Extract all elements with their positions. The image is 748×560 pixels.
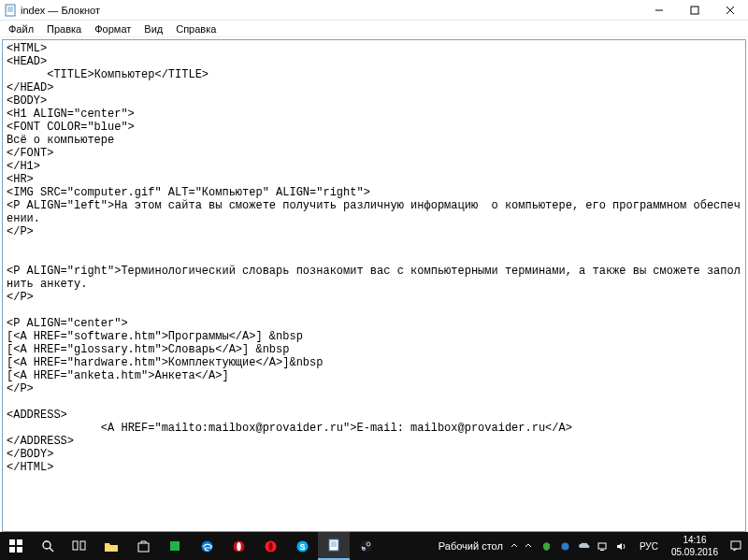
- tray-overflow-icon[interactable]: [522, 539, 535, 553]
- taskbar-app-steam[interactable]: [350, 532, 381, 560]
- clock-time: 14:16: [671, 534, 718, 546]
- tray-network-icon[interactable]: [597, 539, 610, 553]
- svg-rect-8: [9, 539, 15, 545]
- taskbar: S Рабочий стол РУС 14:16 05.09.2016: [0, 532, 748, 560]
- svg-rect-5: [691, 7, 698, 14]
- taskbar-app-edge[interactable]: [191, 532, 223, 560]
- taskbar-app-explorer[interactable]: [95, 532, 127, 560]
- menu-file[interactable]: Файл: [2, 22, 40, 36]
- svg-point-29: [360, 540, 372, 553]
- svg-rect-14: [73, 541, 78, 550]
- svg-rect-10: [9, 547, 15, 553]
- svg-point-12: [43, 541, 50, 549]
- menubar: Файл Правка Формат Вид Справка: [0, 21, 748, 37]
- close-button[interactable]: [712, 0, 748, 21]
- start-button[interactable]: [0, 532, 32, 560]
- tray: [518, 539, 632, 553]
- svg-rect-25: [329, 539, 338, 551]
- taskbar-app-notepad[interactable]: [318, 532, 350, 560]
- menu-edit[interactable]: Правка: [40, 22, 88, 36]
- editor-frame: <HTML> <HEAD> <TITLE>Компьютер</TITLE> <…: [2, 39, 746, 532]
- menu-format[interactable]: Формат: [88, 22, 137, 36]
- svg-point-22: [268, 542, 272, 551]
- svg-rect-11: [17, 547, 22, 553]
- window-title: index — Блокнот: [21, 5, 100, 16]
- svg-line-13: [50, 548, 53, 552]
- svg-point-33: [562, 542, 569, 550]
- menu-help[interactable]: Справка: [169, 22, 223, 36]
- action-center-icon[interactable]: [724, 532, 748, 560]
- taskbar-clock[interactable]: 14:16 05.09.2016: [666, 534, 724, 558]
- tray-onedrive-icon[interactable]: [578, 539, 591, 553]
- svg-rect-34: [598, 543, 606, 549]
- search-icon[interactable]: [32, 532, 64, 560]
- language-indicator[interactable]: РУС: [632, 541, 666, 552]
- taskbar-app-opera2[interactable]: [254, 532, 286, 560]
- svg-rect-0: [6, 5, 15, 16]
- svg-rect-35: [600, 550, 604, 551]
- text-editor[interactable]: <HTML> <HEAD> <TITLE>Компьютер</TITLE> <…: [3, 40, 745, 531]
- clock-date: 05.09.2016: [671, 546, 718, 558]
- notepad-icon: [4, 4, 17, 17]
- task-view-icon[interactable]: [64, 532, 95, 560]
- taskbar-app-opera[interactable]: [223, 532, 254, 560]
- svg-rect-15: [80, 541, 85, 550]
- titlebar: index — Блокнот: [0, 0, 748, 21]
- menu-view[interactable]: Вид: [137, 22, 169, 36]
- chevron-up-icon[interactable]: [511, 542, 518, 550]
- taskbar-app-skype[interactable]: S: [286, 532, 318, 560]
- svg-rect-36: [731, 541, 741, 549]
- tray-app-icon[interactable]: [559, 539, 572, 553]
- minimize-button[interactable]: [641, 0, 677, 21]
- maximize-button[interactable]: [677, 0, 712, 21]
- taskbar-app-store[interactable]: [127, 532, 159, 560]
- taskbar-app-green[interactable]: [159, 532, 191, 560]
- tray-shield-icon[interactable]: [540, 539, 554, 553]
- desktop-toolbar-label[interactable]: Рабочий стол: [431, 540, 511, 552]
- svg-rect-17: [170, 541, 180, 551]
- svg-point-20: [237, 542, 240, 551]
- tray-volume-icon[interactable]: [615, 539, 628, 553]
- svg-rect-9: [17, 539, 22, 545]
- svg-rect-16: [138, 543, 149, 552]
- svg-text:S: S: [299, 542, 305, 552]
